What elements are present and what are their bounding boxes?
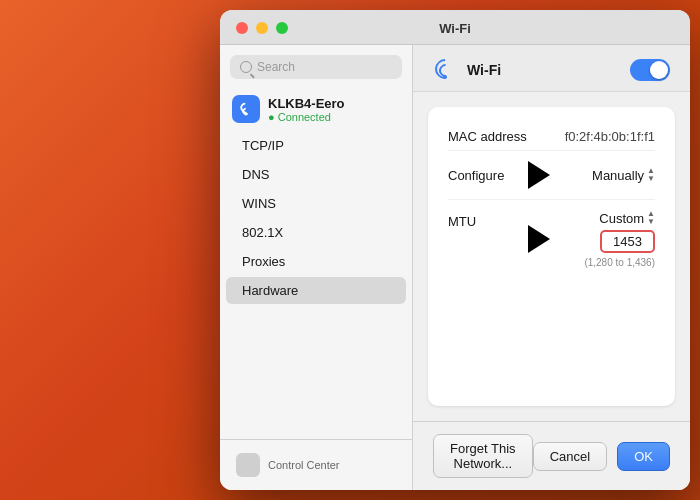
action-buttons: Cancel OK — [533, 442, 670, 471]
bottom-bar: Forget This Network... Cancel OK — [413, 421, 690, 490]
sidebar-item-proxies[interactable]: Proxies — [226, 248, 406, 275]
wifi-symbol-icon — [238, 103, 254, 115]
network-status: ● Connected — [268, 111, 345, 123]
control-center-label: Control Center — [268, 459, 340, 471]
search-icon — [240, 61, 252, 73]
configure-arrow-head — [528, 161, 550, 189]
configure-dropdown[interactable]: Manually ▲ ▼ — [565, 167, 655, 183]
network-item[interactable]: KLKB4-Eero ● Connected — [220, 87, 412, 131]
hardware-card: MAC address f0:2f:4b:0b:1f:f1 Configure … — [428, 107, 675, 406]
configure-arrow-block — [528, 161, 550, 189]
sidebar-item-8021x[interactable]: 802.1X — [226, 219, 406, 246]
mtu-range-hint: (1,280 to 1,436) — [584, 257, 655, 268]
sidebar-item-wins[interactable]: WINS — [226, 190, 406, 217]
mac-address-value: f0:2f:4b:0b:1f:f1 — [565, 129, 655, 144]
mtu-arrow-block — [528, 225, 550, 253]
mtu-chevron-icon: ▲ ▼ — [647, 210, 655, 226]
mtu-dropdown[interactable]: Custom ▲ ▼ — [565, 210, 655, 226]
wifi-header-left: Wi-Fi — [433, 61, 501, 79]
mtu-value: Custom — [599, 211, 644, 226]
sidebar-item-hardware[interactable]: Hardware — [226, 277, 406, 304]
wifi-header-label: Wi-Fi — [467, 62, 501, 78]
control-center-row[interactable]: Control Center — [228, 448, 404, 482]
mtu-arrow-head — [528, 225, 550, 253]
traffic-lights — [236, 22, 288, 34]
mtu-row: MTU Custom ▲ ▼ 1453 — [448, 200, 655, 278]
search-bar[interactable]: Search — [230, 55, 402, 79]
cancel-button[interactable]: Cancel — [533, 442, 607, 471]
ok-button[interactable]: OK — [617, 442, 670, 471]
sidebar-bottom: Control Center — [220, 439, 412, 490]
sidebar: Search KLKB4-Eero ● Connected TCP/IP DNS… — [220, 45, 413, 490]
mtu-label: MTU — [448, 210, 528, 229]
title-bar: Wi-Fi — [220, 10, 690, 45]
wifi-toggle[interactable] — [630, 59, 670, 81]
wifi-header-dot — [443, 75, 447, 79]
network-icon — [232, 95, 260, 123]
content-area: Search KLKB4-Eero ● Connected TCP/IP DNS… — [220, 45, 690, 490]
forget-network-button[interactable]: Forget This Network... — [433, 434, 533, 478]
configure-value: Manually — [592, 168, 644, 183]
configure-chevron-icon: ▲ ▼ — [647, 167, 655, 183]
system-preferences-window: Wi-Fi Search KLKB4-Eero ● Connec — [220, 10, 690, 490]
wifi-header-icon — [433, 61, 457, 79]
network-info: KLKB4-Eero ● Connected — [268, 96, 345, 123]
close-button[interactable] — [236, 22, 248, 34]
wifi-header: Wi-Fi — [413, 45, 690, 92]
sidebar-item-tcpip[interactable]: TCP/IP — [226, 132, 406, 159]
control-center-icon — [236, 453, 260, 477]
search-placeholder: Search — [257, 60, 295, 74]
configure-row: Configure Manually ▲ ▼ — [448, 151, 655, 200]
sidebar-item-dns[interactable]: DNS — [226, 161, 406, 188]
main-panel: Wi-Fi MAC address f0:2f:4b:0b:1f:f1 Conf… — [413, 45, 690, 490]
network-name: KLKB4-Eero — [268, 96, 345, 111]
maximize-button[interactable] — [276, 22, 288, 34]
mac-address-row: MAC address f0:2f:4b:0b:1f:f1 — [448, 123, 655, 151]
mtu-input[interactable]: 1453 — [600, 230, 655, 253]
toggle-knob — [650, 61, 668, 79]
configure-label: Configure — [448, 168, 528, 183]
window-title: Wi-Fi — [439, 21, 471, 36]
minimize-button[interactable] — [256, 22, 268, 34]
mac-address-label: MAC address — [448, 129, 528, 144]
